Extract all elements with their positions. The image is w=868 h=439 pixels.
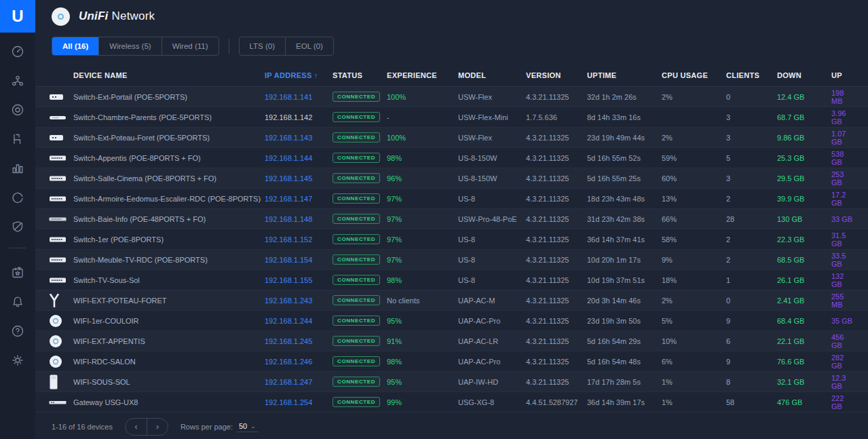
table-row[interactable]: Switch-Armoire-Eedomus-Escalier-RDC (POE… <box>35 189 868 209</box>
tab-group-primary: All (16)Wireless (5)Wired (11) <box>52 37 219 56</box>
version-value: 4.3.21.11325 <box>526 154 587 162</box>
column-uptime[interactable]: UPTIME <box>587 71 662 79</box>
sidebar-item-settings[interactable] <box>0 347 35 376</box>
device-ip-link[interactable]: 192.168.1.145 <box>265 174 333 183</box>
device-ip-link[interactable]: 192.168.1.143 <box>265 134 333 142</box>
device-ip-link[interactable]: 192.168.1.154 <box>265 256 333 264</box>
device-ip-link[interactable]: 192.168.1.155 <box>265 276 333 284</box>
column-up[interactable]: UP <box>831 71 854 79</box>
table-row[interactable]: Switch-Baie-Info (POE-48PORTS + FO) 192.… <box>35 209 868 229</box>
table-row[interactable]: WIFI-RDC-SALON 192.168.1.246 CONNECTED 9… <box>35 351 868 372</box>
table-row[interactable]: Switch-Meuble-TV-RDC (POE-8PORTS) 192.16… <box>35 250 868 270</box>
column-experience[interactable]: EXPERIENCE <box>387 71 458 79</box>
sidebar-item-help[interactable] <box>0 318 35 347</box>
download-total: 476 GB <box>777 398 831 406</box>
unifi-logo[interactable]: U <box>0 0 35 33</box>
model-value: UAP-AC-LR <box>458 337 526 345</box>
sidebar-item-notifications[interactable] <box>0 288 35 318</box>
table-row[interactable]: Switch-Ext-Poteau-Foret (POE-5PORTS) 192… <box>35 128 868 148</box>
sidebar-item-threat-management[interactable] <box>0 213 35 242</box>
tab-lts-0[interactable]: LTS (0) <box>240 37 286 55</box>
device-ip[interactable]: 192.168.1.142 <box>265 113 333 121</box>
experience-value: 99% <box>387 398 458 406</box>
device-name: Switch-Armoire-Eedomus-Escalier-RDC (POE… <box>73 195 265 203</box>
tab-eol-0[interactable]: EOL (0) <box>285 37 333 55</box>
device-name: WIFI-EXT-APPENTIS <box>73 337 265 345</box>
sidebar-item-release-notes[interactable] <box>0 259 35 288</box>
column-device-name[interactable]: DEVICE NAME <box>73 71 265 79</box>
upload-total: 132 GB <box>831 272 854 288</box>
sidebar-item-statistics[interactable] <box>0 155 35 184</box>
device-ip-link[interactable]: 192.168.1.141 <box>265 93 333 101</box>
cpu-usage-value: 18% <box>662 276 726 284</box>
upload-total: 17.2 GB <box>831 191 854 207</box>
device-ip-link[interactable]: 192.168.1.246 <box>265 358 333 366</box>
prev-page-button[interactable]: ‹ <box>126 419 147 435</box>
device-ip-link[interactable]: 192.168.1.247 <box>265 378 333 386</box>
download-total: 9.86 GB <box>777 134 831 142</box>
pagination-buttons: ‹ › <box>125 418 168 436</box>
tab-wireless-5[interactable]: Wireless (5) <box>98 37 161 55</box>
column-model[interactable]: MODEL <box>458 71 526 79</box>
upload-total: 253 GB <box>831 170 854 187</box>
switch-5port-icon <box>49 93 73 101</box>
round-ap-icon <box>49 335 73 348</box>
device-name: Switch-Salle-Cinema (POE-8PORTS + FO) <box>73 174 265 183</box>
sidebar-item-clients[interactable] <box>0 126 35 155</box>
device-name: Switch-TV-Sous-Sol <box>73 276 265 284</box>
column-clients[interactable]: CLIENTS <box>726 71 777 79</box>
device-ip-link[interactable]: 192.168.1.152 <box>265 235 333 244</box>
upload-total: 3.96 GB <box>831 109 854 126</box>
table-row[interactable]: Switch-TV-Sous-Sol 192.168.1.155 CONNECT… <box>35 270 868 290</box>
model-value: US-8-150W <box>458 154 526 162</box>
table-row[interactable]: Switch-Appentis (POE-8PORTS + FO) 192.16… <box>35 148 868 168</box>
rows-per-page-select[interactable]: 50 ⌄ <box>237 421 258 432</box>
device-ip-link[interactable]: 192.168.1.254 <box>265 398 333 406</box>
device-ip-link[interactable]: 192.168.1.148 <box>265 215 333 223</box>
switch-8port-icon <box>49 175 73 182</box>
table-row[interactable]: Switch-Chambre-Parents (POE-5PORTS) 192.… <box>35 107 868 128</box>
table-row[interactable]: Gateway USG-UX8 192.168.1.254 CONNECTED … <box>35 392 868 413</box>
device-ip-link[interactable]: 192.168.1.144 <box>265 154 333 162</box>
version-value: 4.3.21.11325 <box>526 337 587 345</box>
table-row[interactable]: Switch-Ext-Portail (POE-5PORTS) 192.168.… <box>35 87 868 107</box>
table-row[interactable]: WIFI-EXT-APPENTIS 192.168.1.245 CONNECTE… <box>35 331 868 351</box>
version-value: 4.3.21.11325 <box>526 276 587 284</box>
clients-count: 2 <box>726 256 777 264</box>
column-down[interactable]: DOWN <box>777 71 831 79</box>
tab-all-16[interactable]: All (16) <box>52 37 98 55</box>
table-row[interactable]: WIFI-EXT-POTEAU-FORET 192.168.1.243 CONN… <box>35 290 868 311</box>
device-table-header: DEVICE NAME IP ADDRESS↑ STATUS EXPERIENC… <box>35 64 868 87</box>
table-row[interactable]: Switch-Salle-Cinema (POE-8PORTS + FO) 19… <box>35 168 868 189</box>
model-value: UAP-IW-HD <box>458 378 526 386</box>
uptime-value: 5d 16h 55m 52s <box>587 154 662 162</box>
column-ip-address[interactable]: IP ADDRESS↑ <box>265 71 333 79</box>
download-total: 25.3 GB <box>777 154 831 162</box>
device-ip-link[interactable]: 192.168.1.243 <box>265 297 333 305</box>
table-row[interactable]: WIFI-SOUS-SOL 192.168.1.247 CONNECTED 95… <box>35 372 868 392</box>
clients-count: 8 <box>726 378 777 386</box>
column-status[interactable]: STATUS <box>333 71 387 79</box>
device-ip-link[interactable]: 192.168.1.147 <box>265 195 333 203</box>
download-total: 39.9 GB <box>777 195 831 203</box>
experience-value: 96% <box>387 174 458 183</box>
sidebar-item-insights[interactable] <box>0 184 35 213</box>
column-version[interactable]: VERSION <box>526 71 587 79</box>
sidebar-item-devices[interactable] <box>0 96 35 126</box>
sidebar-item-dashboard[interactable] <box>0 38 35 67</box>
device-ip-link[interactable]: 192.168.1.244 <box>265 317 333 325</box>
device-ip-link[interactable]: 192.168.1.245 <box>265 337 333 345</box>
uptime-value: 31d 23h 42m 38s <box>587 215 662 223</box>
sidebar-item-topology[interactable] <box>0 67 35 96</box>
table-row[interactable]: WIFI-1er-COULOIR 192.168.1.244 CONNECTED… <box>35 311 868 331</box>
status-badge: CONNECTED <box>333 316 380 326</box>
download-total: 68.4 GB <box>777 317 831 325</box>
next-page-button[interactable]: › <box>147 419 168 435</box>
table-row[interactable]: Switch-1er (POE-8PORTS) 192.168.1.152 CO… <box>35 229 868 250</box>
model-value: US-8 <box>458 276 526 284</box>
clients-count: 1 <box>726 276 777 284</box>
tab-wired-11[interactable]: Wired (11) <box>162 37 219 55</box>
column-cpu-usage[interactable]: CPU USAGE <box>662 71 726 79</box>
main-content: UniFiNetwork All (16)Wireless (5)Wired (… <box>35 0 868 439</box>
status-badge: CONNECTED <box>333 356 380 366</box>
